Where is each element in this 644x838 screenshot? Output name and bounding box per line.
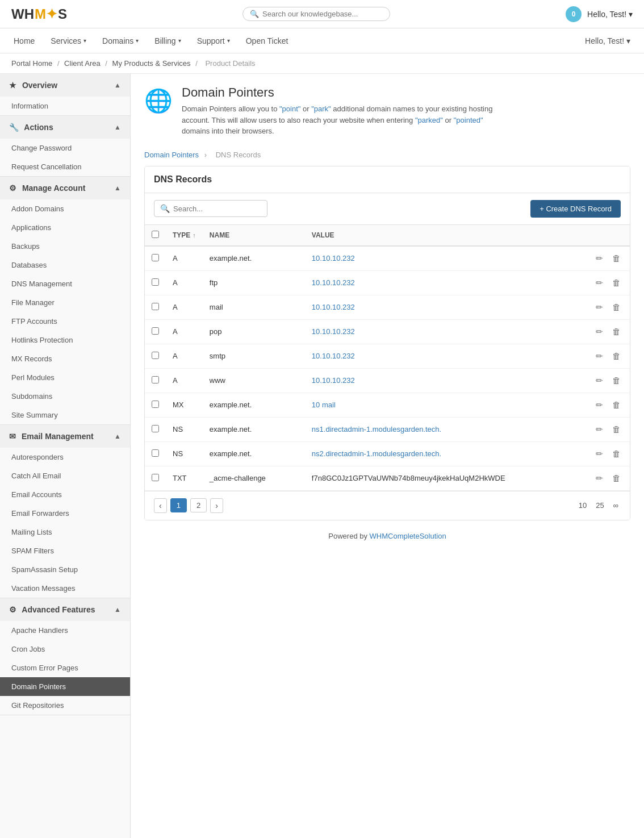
page-2-button[interactable]: 2 — [190, 498, 207, 512]
cell-value-8[interactable]: ns2.directadmin-1.modulesgarden.tech. — [305, 441, 584, 466]
sidebar-section-header-advanced-features[interactable]: ⚙ Advanced Features ▲ — [0, 598, 130, 621]
edit-icon-1[interactable]: ✏ — [593, 277, 605, 289]
edit-icon-2[interactable]: ✏ — [593, 301, 605, 314]
nav-hello[interactable]: Hello, Test! ▾ — [583, 36, 633, 45]
cell-value-link-3[interactable]: 10.10.10.232 — [312, 327, 355, 336]
sidebar-item-dns-management[interactable]: DNS Management — [0, 274, 130, 293]
edit-icon-4[interactable]: ✏ — [593, 350, 605, 362]
sidebar-item-catch-all-email[interactable]: Catch All Email — [0, 466, 130, 485]
cell-value-7[interactable]: ns1.directadmin-1.modulesgarden.tech. — [305, 417, 584, 441]
breadcrumb-client-area[interactable]: Client Area — [64, 59, 101, 68]
sidebar-item-spamassasin-setup[interactable]: SpamAssasin Setup — [0, 560, 130, 579]
search-input[interactable] — [262, 10, 383, 18]
sidebar-item-autoresponders[interactable]: Autoresponders — [0, 448, 130, 466]
page-size-25[interactable]: 25 — [593, 500, 606, 511]
nav-home[interactable]: Home — [11, 36, 37, 45]
sidebar-section-header-manage-account[interactable]: ⚙ Manage Account ▲ — [0, 177, 130, 199]
nav-billing[interactable]: Billing ▾ — [152, 36, 183, 45]
park-link[interactable]: "park" — [311, 105, 331, 113]
edit-icon-9[interactable]: ✏ — [593, 472, 605, 485]
next-page-button[interactable]: › — [210, 498, 223, 513]
cell-value-4[interactable]: 10.10.10.232 — [305, 344, 584, 368]
edit-icon-3[interactable]: ✏ — [593, 326, 605, 338]
cell-value-link-7[interactable]: ns1.directadmin-1.modulesgarden.tech. — [312, 425, 441, 433]
delete-icon-8[interactable]: 🗑 — [610, 448, 623, 460]
nav-domains[interactable]: Domains ▾ — [100, 36, 141, 45]
sidebar-item-backups[interactable]: Backups — [0, 237, 130, 256]
row-checkbox-9[interactable] — [152, 474, 159, 481]
point-link[interactable]: "point" — [279, 105, 300, 113]
greeting-text[interactable]: Hello, Test! ▾ — [587, 10, 633, 19]
cell-value-link-0[interactable]: 10.10.10.232 — [312, 254, 355, 262]
delete-icon-4[interactable]: 🗑 — [610, 350, 623, 362]
edit-icon-5[interactable]: ✏ — [593, 374, 605, 387]
sidebar-item-subdomains[interactable]: Subdomains — [0, 387, 130, 406]
page-1-button[interactable]: 1 — [170, 498, 187, 512]
sidebar-item-ftp-accounts[interactable]: FTP Accounts — [0, 312, 130, 331]
sidebar-item-apache-handlers[interactable]: Apache Handlers — [0, 621, 130, 640]
cell-value-3[interactable]: 10.10.10.232 — [305, 319, 584, 344]
cell-value-1[interactable]: 10.10.10.232 — [305, 270, 584, 295]
edit-icon-8[interactable]: ✏ — [593, 448, 605, 460]
delete-icon-0[interactable]: 🗑 — [610, 252, 623, 265]
cell-value-5[interactable]: 10.10.10.232 — [305, 368, 584, 393]
sidebar-item-email-forwarders[interactable]: Email Forwarders — [0, 504, 130, 523]
sidebar-item-cron-jobs[interactable]: Cron Jobs — [0, 640, 130, 658]
dns-search-input[interactable] — [173, 205, 261, 213]
nav-open-ticket[interactable]: Open Ticket — [244, 36, 291, 45]
row-checkbox-0[interactable] — [152, 254, 159, 261]
page-size-10[interactable]: 10 — [576, 500, 589, 511]
edit-icon-6[interactable]: ✏ — [593, 399, 605, 411]
create-dns-record-button[interactable]: + Create DNS Record — [530, 200, 621, 218]
delete-icon-1[interactable]: 🗑 — [610, 277, 623, 289]
sidebar-item-spam-filters[interactable]: SPAM Filters — [0, 541, 130, 560]
nav-support[interactable]: Support ▾ — [195, 36, 232, 45]
row-checkbox-7[interactable] — [152, 425, 159, 432]
cell-value-link-8[interactable]: ns2.directadmin-1.modulesgarden.tech. — [312, 449, 441, 458]
cell-value-link-1[interactable]: 10.10.10.232 — [312, 278, 355, 287]
row-checkbox-4[interactable] — [152, 352, 159, 359]
breadcrumb-portal-home[interactable]: Portal Home — [11, 59, 52, 68]
cell-value-0[interactable]: 10.10.10.232 — [305, 246, 584, 271]
sidebar-section-header-overview[interactable]: ★ Overview ▲ — [0, 74, 130, 97]
sidebar-item-change-password[interactable]: Change Password — [0, 139, 130, 157]
sidebar-item-addon-domains[interactable]: Addon Domains — [0, 199, 130, 218]
sidebar-item-file-manager[interactable]: File Manager — [0, 293, 130, 312]
dns-search-container[interactable]: 🔍 — [154, 200, 267, 217]
sidebar-item-hotlinks-protection[interactable]: Hotlinks Protection — [0, 331, 130, 349]
cell-value-2[interactable]: 10.10.10.232 — [305, 295, 584, 319]
sidebar-section-header-actions[interactable]: 🔧 Actions ▲ — [0, 116, 130, 139]
delete-icon-9[interactable]: 🗑 — [610, 472, 623, 485]
cell-value-link-5[interactable]: 10.10.10.232 — [312, 376, 355, 385]
delete-icon-5[interactable]: 🗑 — [610, 374, 623, 387]
sidebar-item-site-summary[interactable]: Site Summary — [0, 406, 130, 424]
sidebar-item-request-cancellation[interactable]: Request Cancellation — [0, 157, 130, 176]
delete-icon-3[interactable]: 🗑 — [610, 326, 623, 338]
prev-page-button[interactable]: ‹ — [154, 498, 167, 513]
sidebar-item-git-repositories[interactable]: Git Repositories — [0, 696, 130, 715]
cell-value-6[interactable]: 10 mail — [305, 393, 584, 417]
sidebar-section-header-email-management[interactable]: ✉ Email Management ▲ — [0, 425, 130, 448]
cell-value-link-4[interactable]: 10.10.10.232 — [312, 352, 355, 360]
sidebar-item-email-accounts[interactable]: Email Accounts — [0, 485, 130, 504]
sidebar-item-applications[interactable]: Applications — [0, 218, 130, 237]
nav-services[interactable]: Services ▾ — [48, 36, 89, 45]
edit-icon-0[interactable]: ✏ — [593, 252, 605, 265]
edit-icon-7[interactable]: ✏ — [593, 423, 605, 436]
sidebar-item-domain-pointers[interactable]: Domain Pointers — [0, 677, 130, 696]
row-checkbox-2[interactable] — [152, 303, 159, 310]
sidebar-item-information[interactable]: Information — [0, 97, 130, 115]
sidebar-item-mx-records[interactable]: MX Records — [0, 349, 130, 368]
page-size-all[interactable]: ∞ — [611, 500, 621, 511]
row-checkbox-3[interactable] — [152, 327, 159, 335]
delete-icon-6[interactable]: 🗑 — [610, 399, 623, 411]
select-all-checkbox[interactable] — [152, 231, 159, 238]
row-checkbox-6[interactable] — [152, 401, 159, 408]
delete-icon-7[interactable]: 🗑 — [610, 423, 623, 436]
row-checkbox-1[interactable] — [152, 278, 159, 286]
sidebar-item-perl-modules[interactable]: Perl Modules — [0, 368, 130, 387]
sidebar-item-databases[interactable]: Databases — [0, 256, 130, 274]
search-bar[interactable]: 🔍 — [242, 7, 390, 21]
cell-value-link-2[interactable]: 10.10.10.232 — [312, 303, 355, 311]
cart-button[interactable]: 0 — [566, 6, 582, 22]
